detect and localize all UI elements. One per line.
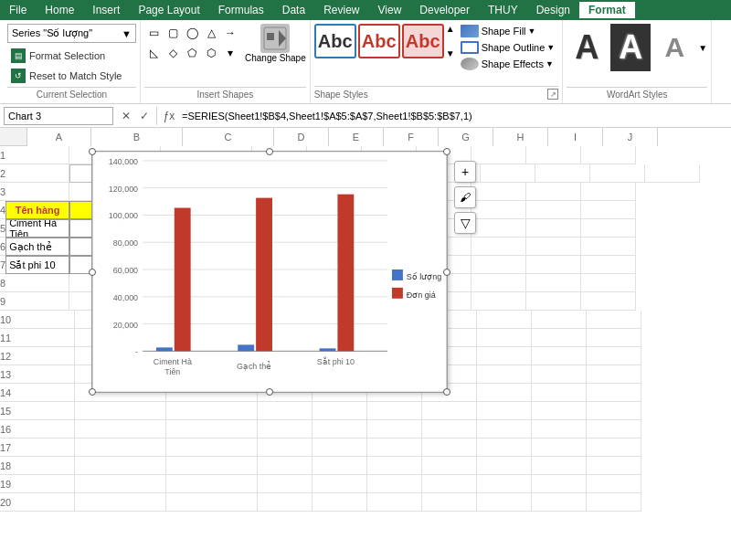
cell-B19[interactable] — [75, 475, 166, 493]
row-header-11[interactable]: 11 — [0, 329, 11, 347]
cell-A13[interactable] — [11, 365, 75, 384]
cell-F15[interactable] — [367, 402, 422, 420]
chart-style-btn[interactable]: 🖌 — [454, 186, 476, 208]
series-dropdown[interactable]: Series "Số lượng" ▼ — [7, 24, 136, 43]
cancel-formula-btn[interactable]: ✕ — [117, 107, 135, 125]
chart-container[interactable]: + 🖌 ▽ 140,000 120,000 100,000 80,000 60, — [91, 151, 448, 393]
menu-design[interactable]: Design — [527, 2, 579, 18]
cell-I16[interactable] — [532, 420, 587, 438]
cell-I18[interactable] — [532, 457, 587, 475]
cell-I19[interactable] — [532, 475, 587, 493]
cell-A9[interactable] — [5, 292, 69, 311]
resize-handle-mr[interactable] — [443, 269, 450, 276]
cell-I10[interactable] — [532, 311, 587, 329]
cell-J14[interactable] — [587, 384, 641, 402]
cell-H10[interactable] — [477, 311, 532, 329]
cell-J1[interactable] — [581, 146, 636, 164]
cell-J11[interactable] — [587, 329, 641, 347]
cell-H17[interactable] — [477, 438, 532, 457]
cell-C15[interactable] — [166, 402, 258, 420]
cell-I2[interactable] — [590, 164, 645, 183]
cell-H19[interactable] — [477, 475, 532, 493]
cell-H6[interactable] — [471, 238, 526, 256]
change-shape-btn[interactable]: Change Shape — [245, 24, 306, 64]
cell-B17[interactable] — [75, 438, 166, 457]
cell-H1[interactable] — [471, 146, 526, 164]
cell-E16[interactable] — [313, 420, 367, 438]
shape-rounded-rect[interactable]: ▢ — [164, 24, 182, 42]
cell-C19[interactable] — [166, 475, 258, 493]
cell-I17[interactable] — [532, 438, 587, 457]
menu-formulas[interactable]: Formulas — [209, 2, 273, 18]
col-header-A[interactable]: A — [27, 128, 91, 146]
cell-A6[interactable]: Gạch thẻ — [5, 238, 69, 256]
cell-F18[interactable] — [367, 457, 422, 475]
cell-A15[interactable] — [11, 402, 75, 420]
cell-F16[interactable] — [367, 420, 422, 438]
cell-A17[interactable] — [11, 438, 75, 457]
cell-G19[interactable] — [422, 475, 477, 493]
abc-btn-2[interactable]: Abc — [358, 24, 400, 58]
cell-D20[interactable] — [258, 493, 313, 512]
cell-I9[interactable] — [526, 292, 581, 311]
cell-G15[interactable] — [422, 402, 477, 420]
shape-fill-btn[interactable]: Shape Fill ▼ — [457, 24, 559, 38]
cell-A7[interactable]: Sắt phi 10 — [5, 256, 69, 274]
cell-A10[interactable] — [11, 311, 75, 329]
cell-F20[interactable] — [367, 493, 422, 512]
shape-rect[interactable]: ▭ — [144, 24, 163, 42]
cell-A20[interactable] — [11, 493, 75, 512]
cell-J17[interactable] — [587, 438, 641, 457]
cell-J10[interactable] — [587, 311, 641, 329]
shape-effects-btn[interactable]: Shape Effects ▼ — [457, 57, 559, 71]
cell-H16[interactable] — [477, 420, 532, 438]
abc-scroll-arrows[interactable]: ▲ ▼ — [446, 24, 455, 58]
col-header-E[interactable]: E — [329, 128, 384, 146]
chart-filter-btn[interactable]: ▽ — [454, 212, 476, 234]
cell-F19[interactable] — [367, 475, 422, 493]
cell-H7[interactable] — [471, 256, 526, 274]
cell-J12[interactable] — [587, 347, 641, 365]
cell-H4[interactable] — [471, 201, 526, 219]
menu-view[interactable]: View — [369, 2, 411, 18]
cell-D18[interactable] — [258, 457, 313, 475]
menu-developer[interactable]: Developer — [410, 2, 479, 18]
menu-insert[interactable]: Insert — [83, 2, 129, 18]
resize-handle-bc[interactable] — [266, 388, 273, 396]
shape-effects-arrow[interactable]: ▼ — [546, 59, 554, 69]
cell-J18[interactable] — [587, 457, 641, 475]
cell-H11[interactable] — [477, 329, 532, 347]
shape-outline-arrow[interactable]: ▼ — [546, 43, 555, 52]
cell-D19[interactable] — [258, 475, 313, 493]
cell-I5[interactable] — [526, 219, 581, 238]
resize-handle-tl[interactable] — [89, 148, 96, 155]
cell-J6[interactable] — [581, 238, 636, 256]
cell-J15[interactable] — [587, 402, 641, 420]
cell-G16[interactable] — [422, 420, 477, 438]
cell-E15[interactable] — [313, 402, 367, 420]
cell-C17[interactable] — [166, 438, 258, 457]
cell-D15[interactable] — [258, 402, 313, 420]
col-header-C[interactable]: C — [183, 128, 274, 146]
row-header-13[interactable]: 13 — [0, 365, 11, 384]
cell-A5[interactable]: Ciment Hà Tiên — [5, 219, 69, 238]
abc-up-arrow[interactable]: ▲ — [446, 24, 455, 34]
shape-pentagon[interactable]: ⬠ — [183, 44, 201, 62]
cell-I11[interactable] — [532, 329, 587, 347]
resize-handle-tc[interactable] — [266, 148, 273, 155]
wordart-a-3[interactable]: A — [654, 24, 694, 71]
menu-review[interactable]: Review — [314, 2, 368, 18]
cell-A14[interactable] — [11, 384, 75, 402]
cell-E18[interactable] — [313, 457, 367, 475]
menu-thuy[interactable]: THUY — [479, 2, 527, 18]
cell-J7[interactable] — [581, 256, 636, 274]
cell-E19[interactable] — [313, 475, 367, 493]
cell-J13[interactable] — [587, 365, 641, 384]
cell-A3[interactable] — [5, 183, 69, 201]
cell-I6[interactable] — [526, 238, 581, 256]
cell-H8[interactable] — [471, 274, 526, 292]
shape-diamond[interactable]: ◇ — [164, 44, 182, 62]
row-header-19[interactable]: 19 — [0, 475, 11, 493]
cell-J16[interactable] — [587, 420, 641, 438]
format-selection-btn[interactable]: ▤ Format Selection — [7, 47, 136, 65]
